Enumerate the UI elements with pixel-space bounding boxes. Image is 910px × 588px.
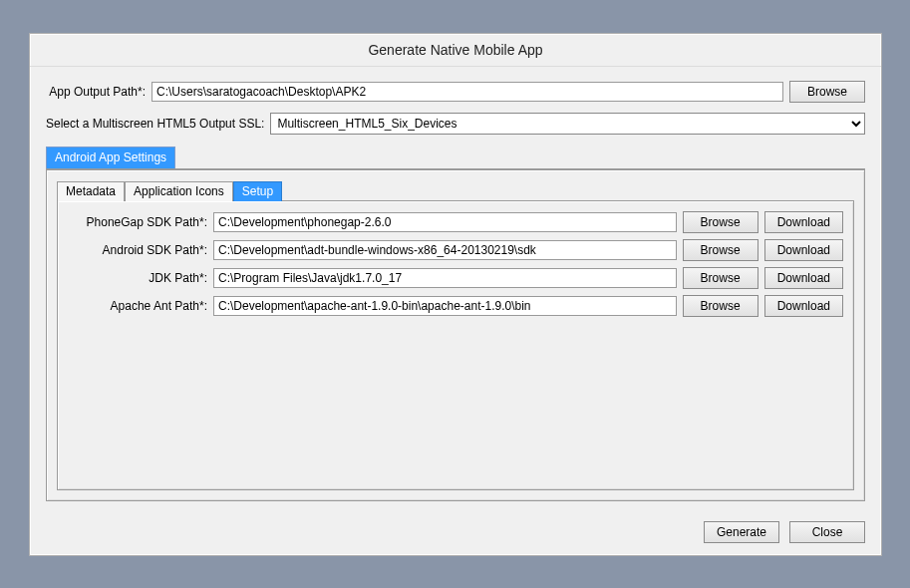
ant-download-button[interactable]: Download — [764, 295, 843, 317]
phonegap-download-button[interactable]: Download — [764, 211, 843, 233]
inner-tab-bar: Metadata Application Icons Setup — [57, 180, 854, 200]
android-input[interactable] — [213, 240, 677, 260]
ant-browse-button[interactable]: Browse — [683, 295, 758, 317]
outer-tab-panel: Metadata Application Icons Setup PhoneGa… — [46, 168, 865, 501]
jdk-row: JDK Path*: Browse Download — [68, 267, 843, 289]
ssl-select[interactable]: Multiscreen_HTML5_Six_Devices — [270, 113, 865, 135]
output-path-row: App Output Path*: Browse — [46, 81, 865, 103]
phonegap-label: PhoneGap SDK Path*: — [68, 215, 207, 229]
tab-setup[interactable]: Setup — [233, 181, 282, 201]
dialog-body: App Output Path*: Browse Select a Multis… — [30, 67, 881, 511]
outer-tab-bar: Android App Settings — [46, 147, 865, 168]
jdk-browse-button[interactable]: Browse — [683, 267, 758, 289]
phonegap-browse-button[interactable]: Browse — [683, 211, 758, 233]
jdk-label: JDK Path*: — [68, 271, 207, 285]
tab-android-app-settings[interactable]: Android App Settings — [46, 147, 175, 168]
ant-row: Apache Ant Path*: Browse Download — [68, 295, 843, 317]
dialog-title: Generate Native Mobile App — [30, 34, 881, 67]
output-path-browse-button[interactable]: Browse — [789, 81, 865, 103]
output-path-label: App Output Path*: — [46, 85, 146, 99]
ssl-label: Select a Multiscreen HTML5 Output SSL: — [46, 117, 264, 131]
phonegap-input[interactable] — [213, 212, 677, 232]
ant-label: Apache Ant Path*: — [68, 299, 207, 313]
android-label: Android SDK Path*: — [68, 243, 207, 257]
ssl-row: Select a Multiscreen HTML5 Output SSL: M… — [46, 113, 865, 135]
jdk-download-button[interactable]: Download — [764, 267, 843, 289]
dialog-window: Generate Native Mobile App App Output Pa… — [29, 33, 882, 556]
android-browse-button[interactable]: Browse — [683, 239, 758, 261]
tab-application-icons[interactable]: Application Icons — [125, 181, 233, 201]
dialog-footer: Generate Close — [30, 511, 881, 555]
jdk-input[interactable] — [213, 268, 677, 288]
phonegap-row: PhoneGap SDK Path*: Browse Download — [68, 211, 843, 233]
android-row: Android SDK Path*: Browse Download — [68, 239, 843, 261]
generate-button[interactable]: Generate — [704, 521, 779, 543]
setup-panel: PhoneGap SDK Path*: Browse Download Andr… — [57, 200, 854, 490]
ant-input[interactable] — [213, 296, 677, 316]
android-download-button[interactable]: Download — [764, 239, 843, 261]
close-button[interactable]: Close — [789, 521, 865, 543]
output-path-input[interactable] — [152, 82, 783, 102]
tab-metadata[interactable]: Metadata — [57, 181, 125, 201]
